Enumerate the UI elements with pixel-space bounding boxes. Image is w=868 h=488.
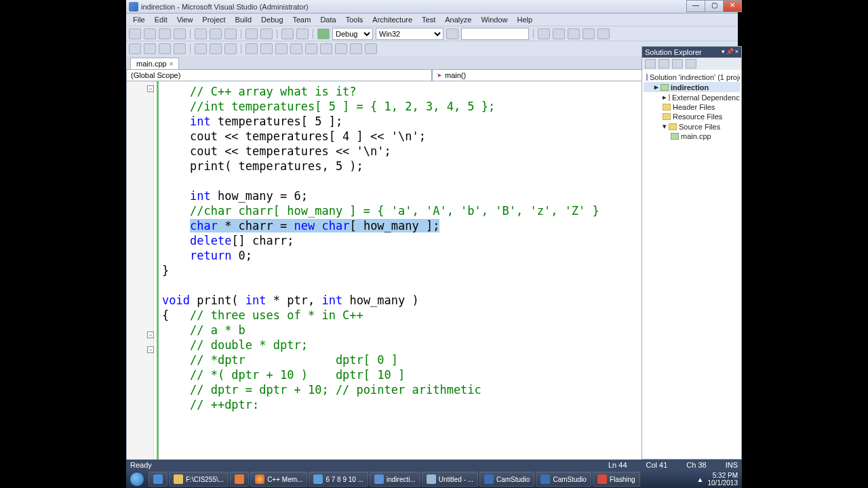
tb2-c[interactable] (275, 43, 288, 54)
titlebar: indirection - Microsoft Visual Studio (A… (126, 0, 738, 14)
folder-source-files[interactable]: ▾Source Files (644, 121, 740, 131)
tb2-f[interactable] (320, 43, 332, 54)
bookmark-button[interactable] (195, 43, 207, 54)
tb2-d[interactable] (290, 43, 302, 54)
file-main-cpp[interactable]: main.cpp (644, 131, 740, 141)
tb-btn-e[interactable] (597, 28, 610, 39)
solution-toolbar[interactable] (642, 58, 741, 70)
tb-btn-d[interactable] (583, 28, 595, 39)
toolbar-main[interactable]: Debug Win32 (126, 26, 738, 41)
tb2-h[interactable] (350, 43, 362, 54)
menu-edit[interactable]: Edit (151, 15, 172, 24)
refresh-button[interactable] (672, 59, 683, 68)
copy-button[interactable] (210, 28, 222, 39)
tb-btn-c[interactable] (568, 28, 580, 39)
pin-icon[interactable]: ▾ (722, 48, 725, 56)
folder-external-deps[interactable]: ▸External Dependencies (644, 92, 740, 102)
solution-tree[interactable]: Solution 'indirection' (1 project ▸indir… (642, 70, 741, 144)
task-media[interactable] (230, 472, 249, 487)
view-code-button[interactable] (686, 59, 696, 68)
menu-window[interactable]: Window (477, 15, 511, 24)
code-content: // C++ array what is it? //int temperatu… (162, 84, 599, 412)
task-explorer[interactable]: F:\CIS255\... (169, 472, 229, 487)
vs-icon (129, 2, 138, 12)
minimize-button[interactable]: — (686, 0, 705, 12)
menu-tools[interactable]: Tools (342, 15, 368, 24)
solution-node[interactable]: Solution 'indirection' (1 project (644, 73, 740, 82)
scope-dropdown[interactable]: (Global Scope) (126, 69, 432, 81)
task-paint[interactable]: 6 7 8 9 10 ... (309, 472, 368, 487)
menu-data[interactable]: Data (316, 15, 340, 24)
menu-build[interactable]: Build (231, 15, 256, 24)
menu-view[interactable]: View (173, 15, 197, 24)
taskbar[interactable]: F:\CIS255\... C++ Mem... 6 7 8 9 10 ... … (126, 470, 742, 488)
show-all-button[interactable] (658, 59, 669, 68)
task-camstudio2[interactable]: CamStudio (536, 472, 591, 487)
prev-bookmark-button[interactable] (210, 43, 222, 54)
menu-team[interactable]: Team (289, 15, 315, 24)
tb2-b[interactable] (260, 43, 273, 54)
save-button[interactable] (159, 28, 171, 39)
menu-project[interactable]: Project (198, 15, 229, 24)
close-button[interactable]: ✕ (723, 0, 742, 12)
find-input[interactable] (461, 28, 529, 40)
menu-test[interactable]: Test (418, 15, 439, 24)
start-debug-button[interactable] (317, 28, 330, 39)
next-bookmark-button[interactable] (224, 43, 237, 54)
menu-file[interactable]: File (129, 15, 149, 24)
tb-btn-b[interactable] (553, 28, 565, 39)
paste-button[interactable] (224, 28, 237, 39)
fold-icon[interactable]: − (147, 331, 154, 338)
find-button[interactable] (446, 28, 458, 39)
platform-dropdown[interactable]: Win32 (376, 28, 443, 40)
outdent-button[interactable] (174, 43, 186, 54)
tb2-i[interactable] (365, 43, 377, 54)
system-tray[interactable]: ▲ 5:32 PM10/1/2013 (697, 472, 742, 487)
project-node[interactable]: ▸indirection (644, 82, 740, 92)
tb-btn-a[interactable] (538, 28, 550, 39)
new-project-button[interactable] (129, 28, 141, 39)
save-all-button[interactable] (174, 28, 186, 39)
menu-help[interactable]: Help (513, 15, 537, 24)
tb2-a[interactable] (245, 43, 258, 54)
task-flashing[interactable]: Flashing (593, 472, 640, 487)
task-notepad[interactable]: Untitled - ... (422, 472, 478, 487)
task-vs[interactable]: indirecti... (370, 472, 420, 487)
status-col: Col 41 (646, 461, 668, 469)
maximize-button[interactable]: ▢ (705, 0, 724, 12)
status-line: Ln 44 (608, 461, 627, 469)
folder-header-files[interactable]: Header Files (644, 102, 740, 112)
task-ie[interactable] (149, 472, 167, 487)
clock[interactable]: 5:32 PM10/1/2013 (708, 472, 738, 487)
indent-button[interactable] (159, 43, 171, 54)
menu-architecture[interactable]: Architecture (368, 15, 416, 24)
fold-icon[interactable]: − (147, 85, 154, 92)
nav-fwd-button[interactable] (296, 28, 309, 39)
start-button[interactable] (126, 470, 148, 488)
uncomment-button[interactable] (144, 43, 156, 54)
close-icon[interactable]: × (170, 60, 174, 68)
tb2-g[interactable] (335, 43, 347, 54)
tab-main-cpp[interactable]: main.cpp × (130, 58, 179, 69)
folder-resource-files[interactable]: Resource Files (644, 112, 740, 121)
menubar[interactable]: File Edit View Project Build Debug Team … (126, 14, 738, 26)
open-button[interactable] (144, 28, 156, 39)
comment-button[interactable] (129, 43, 141, 54)
tb2-e[interactable] (305, 43, 317, 54)
nav-back-button[interactable] (281, 28, 294, 39)
close-icon[interactable]: × (735, 48, 738, 56)
undo-button[interactable] (245, 28, 258, 39)
redo-button[interactable] (260, 28, 273, 39)
fold-icon[interactable]: − (147, 346, 154, 353)
pin-icon[interactable]: 📌 (726, 48, 734, 56)
config-dropdown[interactable]: Debug (332, 28, 373, 40)
task-chrome[interactable]: C++ Mem... (250, 472, 307, 487)
properties-button[interactable] (645, 59, 656, 68)
solution-explorer-header[interactable]: Solution Explorer ▾📌× (642, 47, 741, 58)
tray-icon[interactable]: ▲ (697, 476, 704, 483)
cut-button[interactable] (195, 28, 207, 39)
menu-debug[interactable]: Debug (257, 15, 287, 24)
menu-analyze[interactable]: Analyze (441, 15, 475, 24)
task-camstudio1[interactable]: CamStudio (479, 472, 534, 487)
solution-explorer[interactable]: Solution Explorer ▾📌× Solution 'indirect… (642, 46, 742, 460)
